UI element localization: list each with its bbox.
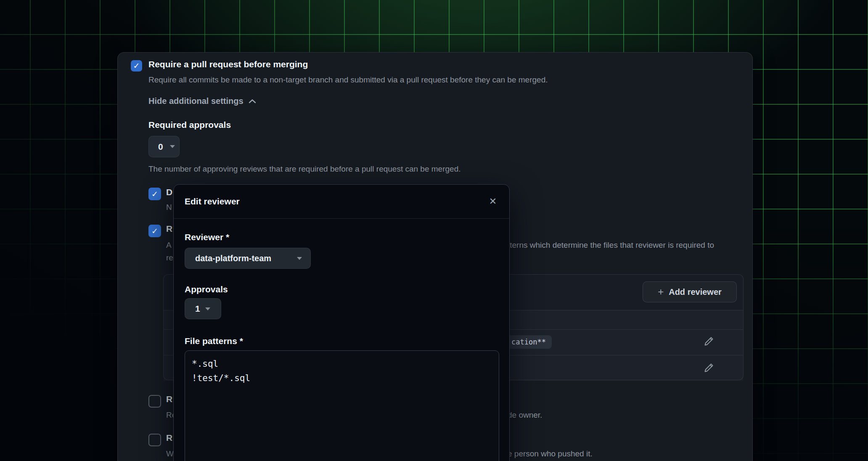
file-patterns-field-label: File patterns * bbox=[185, 336, 243, 346]
option-3-description-right-fragment: de owner. bbox=[508, 409, 542, 421]
pencil-icon bbox=[703, 335, 715, 347]
add-reviewer-label: Add reviewer bbox=[669, 287, 722, 297]
hide-additional-settings-toggle[interactable]: Hide additional settings bbox=[148, 96, 256, 106]
required-approvals-select[interactable]: 0 bbox=[148, 136, 180, 157]
edit-reviewer-modal: Edit reviewer ✕ Reviewer * data-platform… bbox=[173, 184, 510, 461]
plus-icon: + bbox=[658, 287, 664, 297]
caret-down-icon bbox=[205, 307, 210, 310]
edit-reviewer-row-button[interactable] bbox=[703, 335, 715, 347]
checkmark-icon: ✓ bbox=[133, 62, 140, 70]
required-approvals-value: 0 bbox=[158, 142, 163, 152]
option-4-description-right-fragment: e person who pushed it. bbox=[508, 448, 593, 460]
option-2-description-fragment-line2: re bbox=[166, 252, 173, 264]
checkmark-icon: ✓ bbox=[151, 190, 158, 198]
file-pattern-badge: cation** bbox=[505, 335, 552, 349]
rule-description: Require all commits be made to a non-tar… bbox=[148, 74, 548, 86]
option-2-description-right-fragment: tterns which determine the files that re… bbox=[508, 239, 714, 252]
pencil-icon bbox=[703, 362, 715, 374]
option-4-label-fragment: R bbox=[166, 433, 172, 443]
screen: ✓ Require a pull request before merging … bbox=[0, 0, 868, 461]
option-1-label-fragment: D bbox=[166, 187, 172, 197]
option-2-description-fragment: A bbox=[166, 239, 172, 252]
required-approvals-heading: Required approvals bbox=[148, 120, 231, 130]
reviewer-field-label: Reviewer * bbox=[185, 232, 229, 242]
caret-down-icon bbox=[297, 257, 302, 260]
caret-down-icon bbox=[170, 145, 175, 148]
close-icon: ✕ bbox=[489, 196, 497, 207]
rule-title: Require a pull request before merging bbox=[148, 59, 308, 69]
option-4-checkbox[interactable] bbox=[148, 434, 161, 446]
require-pull-request-checkbox[interactable]: ✓ bbox=[131, 60, 142, 72]
approvals-select-value: 1 bbox=[195, 304, 200, 314]
approvals-select[interactable]: 1 bbox=[185, 298, 221, 319]
option-1-description-fragment: N bbox=[166, 201, 172, 214]
add-reviewer-button[interactable]: + Add reviewer bbox=[643, 281, 737, 302]
option-3-checkbox[interactable] bbox=[148, 395, 161, 408]
hide-settings-label: Hide additional settings bbox=[148, 96, 243, 106]
modal-header: Edit reviewer ✕ bbox=[174, 185, 509, 219]
reviewer-select-value: data-platform-team bbox=[195, 254, 271, 263]
option-2-label-fragment: R bbox=[166, 224, 172, 234]
option-1-checkbox[interactable]: ✓ bbox=[148, 188, 161, 200]
modal-close-button[interactable]: ✕ bbox=[485, 194, 500, 209]
required-approvals-description: The number of approving reviews that are… bbox=[148, 163, 460, 175]
chevron-up-icon bbox=[249, 99, 256, 104]
reviewer-select[interactable]: data-platform-team bbox=[185, 248, 311, 269]
option-4-description-fragment: W bbox=[166, 448, 174, 460]
modal-title: Edit reviewer bbox=[185, 196, 240, 207]
option-2-checkbox[interactable]: ✓ bbox=[148, 225, 161, 237]
edit-reviewer-row-button[interactable] bbox=[703, 362, 715, 374]
option-3-label-fragment: R bbox=[166, 394, 172, 404]
file-patterns-textarea[interactable]: *.sql !test/*.sql bbox=[185, 350, 499, 461]
checkmark-icon: ✓ bbox=[151, 227, 158, 235]
approvals-field-label: Approvals bbox=[185, 284, 228, 294]
